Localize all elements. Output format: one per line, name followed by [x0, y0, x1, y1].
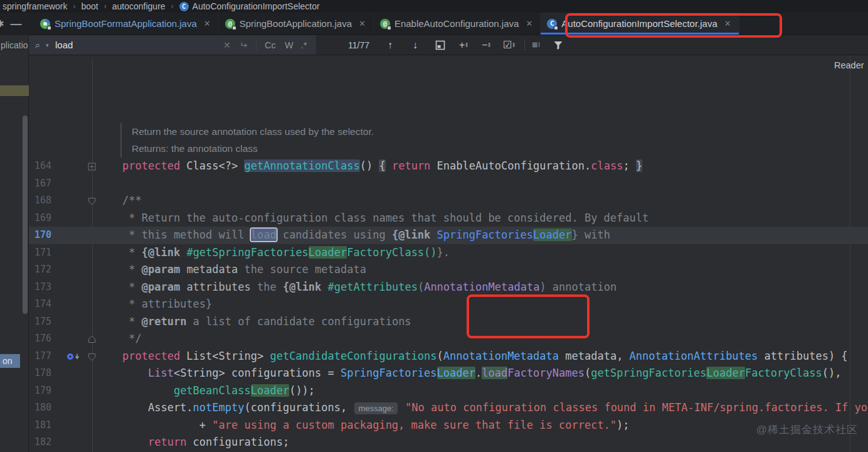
- code-line-170[interactable]: 170 * this method will load candidates u…: [29, 227, 868, 244]
- separator: [256, 39, 257, 51]
- editor-tab-SpringBootFormatApplication.java[interactable]: SpringBootFormatApplication.java✕: [34, 13, 219, 35]
- tab-label: SpringBootApplication.java: [240, 18, 352, 29]
- remove-occurrence-button[interactable]: −‖: [482, 35, 491, 55]
- fold-marker-icon[interactable]: [88, 352, 96, 363]
- editor-tab-AutoConfigurationImportSelector.java[interactable]: CAutoConfigurationImportSelector.java✕: [541, 13, 739, 35]
- insert-newline-icon[interactable]: ↵: [240, 35, 248, 55]
- annotation-file-icon: @: [225, 19, 235, 29]
- line-number: 180: [29, 399, 51, 417]
- code-text: /**: [122, 192, 142, 210]
- code-line-168[interactable]: 168/**: [29, 192, 868, 210]
- line-number: 173: [29, 279, 51, 296]
- code-line-176[interactable]: 176 */: [29, 330, 868, 348]
- readonly-lock-badge: [47, 26, 51, 30]
- search-input[interactable]: [55, 35, 212, 55]
- close-tab-icon[interactable]: ✕: [359, 19, 366, 28]
- rendered-doc-row[interactable]: Return the source annotation class used …: [29, 123, 868, 141]
- match-case-toggle[interactable]: Cc: [265, 35, 276, 55]
- line-number: 164: [29, 158, 51, 175]
- breadcrumb-separator-icon: ›: [104, 2, 107, 11]
- open-in-find-window-icon[interactable]: [435, 35, 445, 55]
- breadcrumb-item-autoconfigure[interactable]: autoconfigure: [112, 1, 166, 11]
- code-line-182[interactable]: 182 return configurations;: [29, 434, 868, 451]
- code-text: * @param attributes the {@link #getAttri…: [122, 279, 617, 296]
- code-text: * this method will load candidates using…: [122, 227, 610, 244]
- code-text: List<String> configurations = SpringFact…: [122, 365, 841, 382]
- code-editor[interactable]: Reader Return the source annotation clas…: [29, 55, 868, 452]
- rendered-doc-row[interactable]: Returns: the annotation class: [29, 141, 868, 158]
- filter-lines-icon[interactable]: ≡I: [532, 35, 540, 55]
- code-line-164[interactable]: 164protected Class<?> getAnnotationClass…: [29, 158, 868, 175]
- code-line-169[interactable]: 169 * Return the auto-configuration clas…: [29, 210, 868, 227]
- reader-mode-label[interactable]: Reader: [834, 60, 864, 70]
- code-line-177[interactable]: 177protected List<String> getCandidateCo…: [29, 348, 868, 365]
- code-text: * @param metadata the source metadata: [122, 261, 366, 279]
- annotation-file-icon: @: [380, 19, 390, 29]
- line-number: 178: [29, 365, 51, 382]
- filter-icon[interactable]: [553, 35, 563, 55]
- line-number: 168: [29, 192, 51, 210]
- code-text: Assert.notEmpty(configurations, message:…: [122, 399, 868, 417]
- breadcrumb-separator-icon: ›: [171, 2, 174, 11]
- search-icon: ⌕: [35, 35, 40, 55]
- code-line-180[interactable]: 180 Assert.notEmpty(configurations, mess…: [29, 399, 868, 417]
- code-line-172[interactable]: 172 * @param metadata the source metadat…: [29, 261, 868, 279]
- code-line-181[interactable]: 181 + "are using a custom packaging, mak…: [29, 417, 868, 434]
- add-occurrence-button[interactable]: +‖: [459, 35, 468, 55]
- separator: [524, 39, 525, 51]
- code-text: * Return the auto-configuration class na…: [122, 210, 648, 227]
- fold-marker-icon[interactable]: [88, 196, 96, 208]
- search-history-caret-icon[interactable]: ▾: [46, 35, 49, 55]
- code-line-178[interactable]: 178 List<String> configurations = Spring…: [29, 365, 868, 382]
- code-text: protected List<String> getCandidateConfi…: [122, 348, 848, 365]
- minimize-icon[interactable]: —: [11, 18, 22, 31]
- doc-text: Return the source annotation class used …: [120, 123, 374, 141]
- code-text: * attributes}: [122, 296, 212, 313]
- close-tab-icon[interactable]: ✕: [204, 19, 211, 28]
- breadcrumb-item-AutoConfigurationImportSelector[interactable]: AutoConfigurationImportSelector: [193, 1, 320, 11]
- watermark: @稀土掘金技术社区: [756, 422, 858, 437]
- words-toggle[interactable]: W: [285, 35, 294, 55]
- project-tree-highlight-bar: [0, 85, 29, 96]
- line-number: 171: [29, 244, 51, 262]
- line-number: 181: [29, 417, 51, 434]
- readonly-lock-badge: [232, 26, 236, 30]
- fold-marker-icon[interactable]: [88, 162, 96, 173]
- line-number: 179: [29, 382, 51, 400]
- code-line-174[interactable]: 174 * attributes}: [29, 296, 868, 313]
- tab-label: SpringBootFormatApplication.java: [55, 18, 197, 29]
- class-icon: C: [179, 2, 189, 11]
- line-number: 167: [29, 175, 51, 193]
- breadcrumb-item-springframework[interactable]: springframework: [3, 1, 67, 11]
- panel-scrollbar[interactable]: [23, 116, 28, 314]
- settings-star-icon[interactable]: ✱: [0, 18, 4, 30]
- editor-tab-SpringBootApplication.java[interactable]: @SpringBootApplication.java✕: [219, 13, 374, 35]
- code-line-167[interactable]: 167: [29, 175, 868, 193]
- overridden-method-icon[interactable]: [66, 352, 83, 363]
- code-line-173[interactable]: 173 * @param attributes the {@link #getA…: [29, 279, 868, 296]
- project-tree-item-clipped[interactable]: plicatio: [1, 40, 29, 50]
- line-number: 170: [29, 227, 51, 244]
- line-number: 175: [29, 313, 51, 331]
- code-line-179[interactable]: 179 getBeanClassLoader());: [29, 382, 868, 400]
- line-number: 174: [29, 296, 51, 313]
- close-tab-icon[interactable]: ✕: [526, 19, 532, 28]
- breadcrumb-item-boot[interactable]: boot: [81, 1, 98, 11]
- line-number: 176: [29, 330, 51, 348]
- ide-window: springframework›boot›autoconfigure›CAuto…: [0, 0, 868, 452]
- project-tree-selected-item[interactable]: on: [0, 354, 20, 368]
- code-line-175[interactable]: 175 * @return a list of candidate config…: [29, 313, 868, 331]
- clear-search-icon[interactable]: ✕: [223, 35, 231, 55]
- fold-marker-icon[interactable]: [88, 335, 96, 346]
- select-all-occurrences-button[interactable]: ☑‖: [503, 35, 516, 55]
- springboot-file-icon: [40, 19, 50, 29]
- next-occurrence-button[interactable]: ↓: [413, 35, 418, 55]
- previous-occurrence-button[interactable]: ↑: [388, 35, 393, 55]
- panel-tool-row: ✱ —: [0, 13, 29, 35]
- code-text: * @return a list of candidate configurat…: [122, 313, 411, 331]
- search-bar: ⌕ ▾ ✕ ↵ Cc W .* 11/77 ↑ ↓ +‖ −‖ ☑‖ ≡I: [29, 35, 868, 55]
- regex-toggle[interactable]: .*: [301, 35, 307, 55]
- code-line-171[interactable]: 171 * {@link #getSpringFactoriesLoaderFa…: [29, 244, 868, 262]
- editor-tab-EnableAutoConfiguration.java[interactable]: @EnableAutoConfiguration.java✕: [374, 13, 541, 35]
- close-tab-icon[interactable]: ✕: [724, 19, 731, 28]
